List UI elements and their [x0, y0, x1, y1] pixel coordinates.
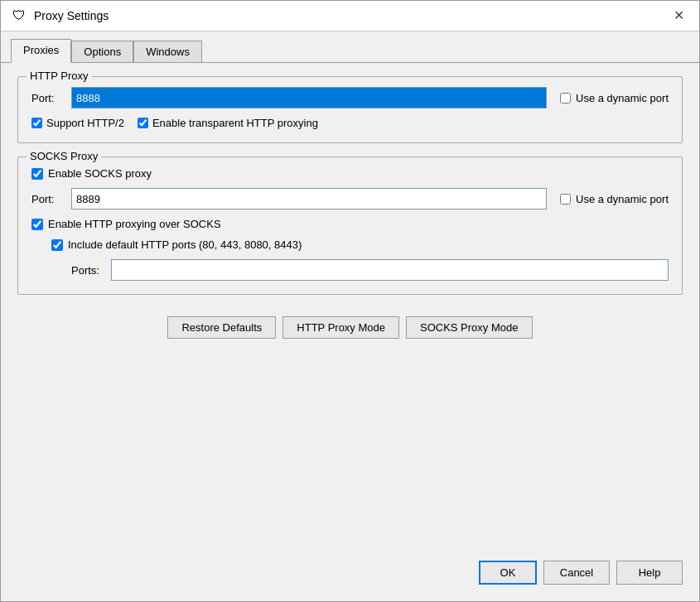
enable-transparent-label: Enable transparent HTTP proxying: [152, 117, 318, 129]
title-bar-left: 🛡 Proxy Settings: [11, 7, 109, 24]
enable-transparent-checkbox[interactable]: [138, 118, 148, 128]
help-button[interactable]: Help: [616, 561, 683, 585]
enable-socks-checkbox[interactable]: [31, 168, 43, 180]
tab-bar: Proxies Options Windows: [1, 31, 699, 63]
http-port-label: Port:: [31, 92, 65, 104]
ok-cancel-area: OK Cancel Help: [1, 551, 699, 601]
http-proxy-label: HTTP Proxy: [27, 70, 92, 82]
socks-dynamic-port-section: Use a dynamic port: [560, 193, 669, 205]
http-port-input[interactable]: [71, 87, 547, 108]
socks-ports-label: Ports:: [71, 264, 104, 277]
socks-port-row: Port: Use a dynamic port: [31, 188, 669, 209]
socks-proxy-label: SOCKS Proxy: [27, 150, 101, 162]
proxy-settings-dialog: 🛡 Proxy Settings ✕ Proxies Options Windo…: [0, 0, 700, 602]
app-icon: 🛡: [11, 7, 27, 24]
enable-socks-label: Enable SOCKS proxy: [48, 167, 152, 180]
include-defaults-checkbox[interactable]: [51, 239, 63, 251]
tab-options[interactable]: Options: [71, 41, 133, 63]
http-proxy-group: HTTP Proxy Port: Use a dynamic port Supp…: [17, 76, 683, 143]
cancel-button[interactable]: Cancel: [543, 561, 610, 585]
restore-defaults-button[interactable]: Restore Defaults: [167, 316, 276, 339]
close-button[interactable]: ✕: [669, 7, 689, 24]
enable-transparent-checkbox-group: Enable transparent HTTP proxying: [138, 117, 318, 129]
ok-button[interactable]: OK: [479, 561, 537, 585]
support-http2-label: Support HTTP/2: [46, 117, 124, 129]
enable-socks-row: Enable SOCKS proxy: [31, 167, 669, 180]
http-proxy-mode-button[interactable]: HTTP Proxy Mode: [282, 316, 399, 339]
socks-port-input[interactable]: [71, 188, 547, 209]
enable-http-over-socks-checkbox[interactable]: [31, 219, 43, 230]
title-bar: 🛡 Proxy Settings ✕: [1, 1, 699, 31]
http-options-row: Support HTTP/2 Enable transparent HTTP p…: [31, 117, 669, 129]
http-dynamic-port-section: Use a dynamic port: [560, 92, 669, 104]
support-http2-checkbox-group: Support HTTP/2: [31, 117, 124, 129]
tab-windows[interactable]: Windows: [133, 41, 202, 63]
mode-buttons-row: Restore Defaults HTTP Proxy Mode SOCKS P…: [17, 308, 683, 339]
main-content: HTTP Proxy Port: Use a dynamic port Supp…: [1, 63, 699, 551]
window-title: Proxy Settings: [34, 9, 109, 22]
socks-dynamic-port-checkbox[interactable]: [560, 194, 571, 205]
support-http2-checkbox[interactable]: [31, 118, 42, 128]
include-defaults-label: Include default HTTP ports (80, 443, 808…: [68, 238, 302, 251]
socks-ports-row: Ports:: [71, 259, 669, 281]
enable-http-over-socks-row: Enable HTTP proxying over SOCKS: [31, 218, 669, 230]
tab-proxies[interactable]: Proxies: [11, 39, 71, 63]
socks-proxy-mode-button[interactable]: SOCKS Proxy Mode: [406, 316, 533, 339]
http-dynamic-port-checkbox[interactable]: [560, 93, 571, 104]
socks-port-label: Port:: [31, 193, 65, 205]
socks-dynamic-port-label: Use a dynamic port: [576, 193, 669, 205]
include-defaults-row: Include default HTTP ports (80, 443, 808…: [51, 238, 669, 251]
socks-proxy-group: SOCKS Proxy Enable SOCKS proxy Port: Use…: [17, 157, 683, 295]
enable-http-over-socks-label: Enable HTTP proxying over SOCKS: [48, 218, 221, 230]
http-port-row: Port: Use a dynamic port: [31, 87, 669, 108]
http-dynamic-port-label: Use a dynamic port: [576, 92, 669, 104]
socks-ports-input[interactable]: [111, 259, 669, 281]
